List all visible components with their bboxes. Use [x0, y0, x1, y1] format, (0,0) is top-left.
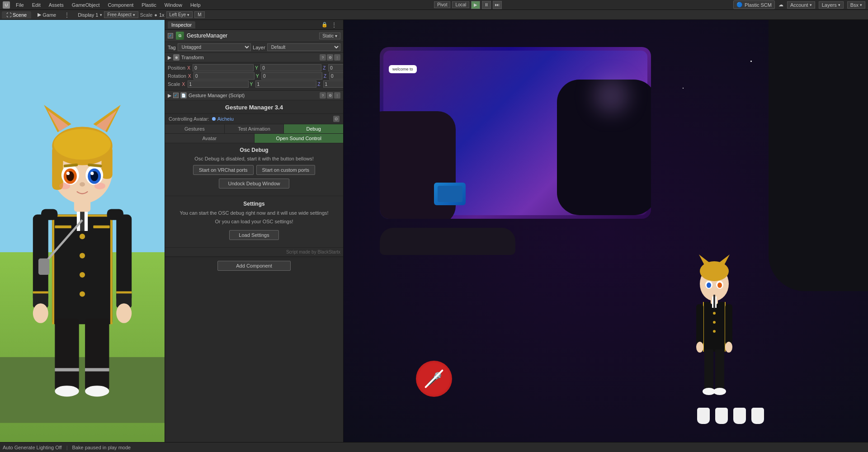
tag-layer-row: Tag Untagged Layer Default — [165, 42, 343, 53]
tab-gestures[interactable]: Gestures — [165, 124, 225, 133]
load-settings-label: Load Settings — [239, 232, 269, 238]
lock-icon[interactable]: 🔒 — [321, 22, 328, 28]
transform-header[interactable]: ▶ ⊕ Transform ? ⚙ ⋮ — [165, 53, 343, 62]
scale-x-input[interactable] — [188, 80, 249, 88]
scene-viewport[interactable] — [0, 20, 165, 442]
gm-settings-icon[interactable]: ⚙ — [327, 92, 333, 99]
transform-label: Transform — [181, 55, 318, 60]
tab-open-sound-control[interactable]: Open Sound Control — [255, 134, 344, 143]
object-name[interactable]: GestureManager — [187, 33, 316, 39]
transform-settings-icon[interactable]: ⚙ — [327, 54, 333, 61]
m-button[interactable]: M — [194, 11, 204, 18]
pivot-button[interactable]: Pivot — [434, 1, 450, 8]
object-type-icon: ⧉ — [179, 33, 181, 38]
tab-avatar[interactable]: Avatar — [165, 134, 255, 143]
tab-test-animation-label: Test Animation — [238, 126, 270, 132]
load-settings-button[interactable]: Load Settings — [229, 230, 278, 240]
ca-picker-button[interactable]: ⊙ — [333, 116, 340, 122]
svg-point-22 — [85, 386, 109, 396]
svg-rect-75 — [713, 295, 715, 308]
top-menubar: U File Edit Assets GameObject Component … — [0, 0, 868, 10]
scale-row: Scale X Y Z — [168, 80, 340, 88]
auto-lighting-status: Auto Generate Lighting Off — [3, 445, 62, 450]
gm-help-icon[interactable]: ? — [320, 92, 326, 99]
pos-x-input[interactable] — [193, 64, 254, 71]
bake-status: Bake paused in play mode — [72, 445, 131, 450]
checkbox-check: ✓ — [169, 33, 172, 38]
start-vrchat-ports-button[interactable]: Start on VRChat ports — [193, 165, 254, 175]
tab-scene[interactable]: ⛶ Scene — [2, 11, 31, 19]
avatar-feet-right — [733, 408, 764, 424]
local-button[interactable]: Local — [452, 1, 469, 8]
controlling-avatar-row: Controlling Avatar: Aicheiu ⊙ — [165, 114, 343, 124]
rot-x-input[interactable] — [193, 72, 255, 80]
svg-point-16 — [116, 303, 132, 323]
inspector-tab[interactable]: Inspector — [168, 21, 195, 28]
step-button[interactable]: ⏭ — [493, 1, 502, 9]
scale-label: Scale — [140, 12, 153, 18]
svg-rect-14 — [116, 291, 132, 293]
main-layout: Inspector 🔒 ⋮ ✓ ⧉ GestureManager Static … — [0, 20, 868, 442]
eye-dropdown[interactable]: Left Eye ▾ — [166, 11, 193, 18]
rotation-row: Rotation X Y Z — [168, 72, 340, 80]
right-game-panel[interactable]: welcome to — [344, 20, 868, 442]
rotation-label: Rotation — [168, 73, 186, 79]
menu-component[interactable]: Component — [105, 1, 136, 9]
menu-assets[interactable]: Assets — [47, 1, 66, 9]
tab-test-animation[interactable]: Test Animation — [225, 124, 284, 133]
plastic-scm-icon: 🔵 — [736, 2, 743, 8]
svg-point-28 — [54, 129, 111, 160]
gm-menu-icon[interactable]: ⋮ — [334, 92, 340, 99]
play-button[interactable]: ▶ — [471, 1, 480, 9]
tab-debug[interactable]: Debug — [284, 124, 343, 133]
menu-edit[interactable]: Edit — [30, 1, 43, 9]
rot-z-input[interactable] — [329, 72, 343, 80]
gm-enabled-checkbox[interactable]: ✓ — [173, 93, 179, 98]
rot-y-input[interactable] — [261, 72, 322, 80]
plastic-scm-bar[interactable]: 🔵 Plastic SCM — [733, 0, 775, 9]
panel-menu-dots[interactable]: ⋮ — [62, 11, 71, 19]
menu-gameobject[interactable]: GameObject — [70, 1, 102, 9]
layer-label: Layer — [253, 45, 265, 50]
svg-point-77 — [713, 321, 716, 324]
menu-file[interactable]: File — [14, 1, 26, 9]
add-component-button[interactable]: Add Component — [217, 261, 291, 271]
pos-y-input[interactable] — [260, 64, 321, 71]
star-5 — [750, 61, 752, 62]
svg-point-60 — [725, 342, 732, 353]
scale-z-input[interactable] — [323, 80, 343, 88]
transform-menu-icon[interactable]: ⋮ — [334, 54, 340, 61]
transform-help-icon[interactable]: ? — [320, 54, 326, 61]
bsx-dropdown[interactable]: Bsx ▾ — [847, 1, 865, 9]
menu-plastic[interactable]: Plastic — [139, 1, 158, 9]
layers-dropdown[interactable]: Layers ▾ — [819, 1, 844, 9]
layers-arrow-icon: ▾ — [838, 3, 840, 7]
static-dropdown[interactable]: Static ▾ — [319, 33, 340, 39]
pivot-label: Pivot — [437, 2, 447, 7]
menu-help[interactable]: Help — [188, 1, 203, 9]
svg-point-59 — [696, 342, 703, 353]
settings-desc2: Or you can load your OSC settings! — [170, 217, 339, 226]
start-custom-ports-button[interactable]: Start on custom ports — [256, 165, 316, 175]
tab-game[interactable]: ▶ Game — [33, 11, 61, 19]
pos-z-input[interactable] — [328, 64, 343, 71]
menu-window[interactable]: Window — [162, 1, 184, 9]
pause-button[interactable]: ⏸ — [482, 1, 491, 9]
svg-rect-52 — [55, 226, 71, 228]
object-enabled-checkbox[interactable]: ✓ — [168, 33, 173, 38]
svg-point-71 — [707, 282, 711, 288]
undock-debug-window-button[interactable]: Undock Debug Window — [219, 179, 290, 188]
svg-point-51 — [80, 291, 85, 297]
tag-select[interactable]: Untagged — [178, 43, 251, 51]
inspector-tab-label: Inspector — [171, 22, 192, 28]
aspect-dropdown[interactable]: Free Aspect ▾ — [104, 11, 138, 18]
inspector-menu-dots[interactable]: ⋮ — [330, 21, 339, 28]
left-panel — [0, 20, 165, 442]
settings-title: Settings — [170, 198, 339, 209]
scale-y-input[interactable] — [255, 80, 316, 88]
layer-select[interactable]: Default — [267, 43, 340, 51]
cloud-icon[interactable]: ☁ — [778, 2, 783, 8]
gesture-manager-header[interactable]: ▶ ✓ 📄 Gesture Manager (Script) ? ⚙ ⋮ — [165, 91, 343, 100]
svg-rect-19 — [55, 368, 79, 371]
account-dropdown[interactable]: Account ▾ — [787, 1, 815, 9]
